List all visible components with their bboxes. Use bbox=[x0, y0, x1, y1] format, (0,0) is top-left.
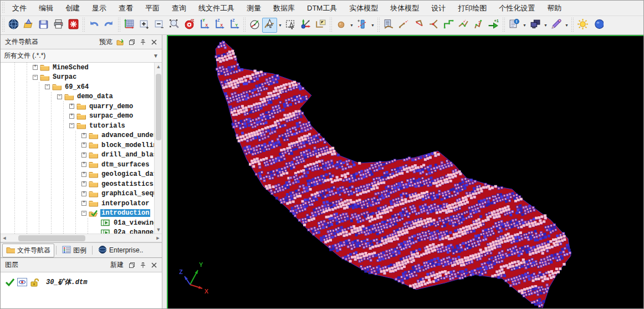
renumber-plus1-button[interactable]: +1 bbox=[486, 18, 501, 33]
expand-plus-icon[interactable] bbox=[81, 191, 86, 196]
menu-string-tools[interactable]: 线文件工具 bbox=[192, 1, 241, 16]
menu-dtm-tools[interactable]: DTM工具 bbox=[301, 1, 343, 16]
expand-plus-icon[interactable] bbox=[81, 181, 86, 186]
layer-row[interactable]: 30_矿体.dtm bbox=[1, 275, 162, 289]
menubar-grip[interactable] bbox=[2, 2, 5, 14]
menu-database[interactable]: 数据库 bbox=[267, 1, 301, 16]
tree-item-surpac-demo[interactable]: surpac_demo bbox=[1, 112, 162, 121]
box-select-button[interactable] bbox=[283, 18, 298, 33]
tree-item-geological-dat[interactable]: geological_dat bbox=[1, 170, 162, 180]
collapse-minus-icon[interactable] bbox=[69, 123, 74, 128]
toolbar-group-grip[interactable] bbox=[377, 18, 380, 33]
collapse-minus-icon[interactable] bbox=[81, 211, 86, 216]
segment-move-button[interactable] bbox=[456, 18, 471, 33]
view-plane-zx-button[interactable]: ZX bbox=[212, 18, 227, 33]
toolbar-group-grip[interactable] bbox=[502, 18, 505, 33]
sun-light-button[interactable] bbox=[575, 18, 590, 33]
edit-pencil-dropdown-arrow[interactable]: ▼ bbox=[564, 18, 570, 33]
new-layer-button[interactable]: 新建 bbox=[108, 259, 126, 271]
vertical-scroll-thumb[interactable] bbox=[156, 74, 161, 140]
preview-folders-icon[interactable] bbox=[115, 37, 126, 48]
unlocked-padlock-icon[interactable] bbox=[29, 278, 39, 287]
menu-help[interactable]: 帮助 bbox=[541, 1, 568, 16]
tab-legend[interactable]: 图例 bbox=[58, 244, 90, 257]
menu-inquire[interactable]: 查询 bbox=[166, 1, 192, 16]
layer-check-icon[interactable] bbox=[5, 278, 15, 287]
menu-create[interactable]: 创建 bbox=[59, 1, 86, 16]
rotate-compass-button[interactable] bbox=[247, 18, 262, 33]
globe-button[interactable] bbox=[6, 18, 21, 33]
monitors-dropdown-arrow[interactable]: ▼ bbox=[543, 18, 549, 33]
zoom-window-button[interactable] bbox=[167, 18, 182, 33]
reset-graphics-button[interactable] bbox=[66, 18, 81, 33]
scroll-left-icon[interactable]: ◄ bbox=[1, 234, 8, 242]
close-icon[interactable] bbox=[149, 260, 160, 271]
tree-item-geostatistics[interactable]: geostatistics bbox=[1, 179, 162, 189]
menu-customize[interactable]: 个性化设置 bbox=[493, 1, 541, 16]
clip-plane-dropdown-arrow[interactable]: ▼ bbox=[370, 18, 376, 33]
toolbar-group-grip[interactable] bbox=[82, 18, 85, 33]
expand-plus-icon[interactable] bbox=[81, 133, 86, 138]
view-plane-zy-button[interactable]: ZY bbox=[227, 18, 242, 33]
menu-edit[interactable]: 编辑 bbox=[33, 1, 59, 16]
point-sphere-button[interactable] bbox=[334, 18, 349, 33]
info-doc-dropdown-arrow[interactable]: ▼ bbox=[522, 18, 528, 33]
menu-plot[interactable]: 打印绘图 bbox=[452, 1, 493, 16]
collapse-minus-icon[interactable] bbox=[45, 84, 50, 89]
corner-view-button[interactable] bbox=[313, 18, 328, 33]
menu-plane[interactable]: 平面 bbox=[139, 1, 166, 16]
tree-horizontal-scrollbar[interactable]: ◄ ► bbox=[1, 234, 162, 242]
save-button[interactable] bbox=[36, 18, 51, 33]
print-button[interactable] bbox=[51, 18, 66, 33]
expand-plus-icon[interactable] bbox=[81, 162, 86, 167]
expand-plus-icon[interactable] bbox=[81, 143, 86, 148]
point-sphere-dropdown-arrow[interactable]: ▼ bbox=[349, 18, 355, 33]
tree-item-advanced-underg[interactable]: advanced_underg bbox=[1, 131, 162, 141]
view-plane-yx-button[interactable]: YX bbox=[197, 18, 212, 33]
clip-plane-button[interactable] bbox=[355, 18, 370, 33]
horizontal-scroll-thumb[interactable] bbox=[18, 235, 85, 241]
tab-file-navigator[interactable]: 文件导航器 bbox=[2, 244, 54, 257]
segment-break-button[interactable] bbox=[426, 18, 441, 33]
float-window-icon[interactable] bbox=[126, 37, 137, 48]
segment-reverse-button[interactable] bbox=[471, 18, 486, 33]
render-sphere-button[interactable] bbox=[590, 18, 605, 33]
redo-button[interactable] bbox=[101, 18, 116, 33]
segment-extend-button[interactable] bbox=[396, 18, 411, 33]
undo-button[interactable] bbox=[86, 18, 101, 33]
scroll-right-icon[interactable]: ► bbox=[154, 234, 162, 242]
orient-axes-button[interactable] bbox=[298, 18, 313, 33]
center-target-button[interactable] bbox=[182, 18, 197, 33]
tree-item-01a-viewing[interactable]: 01a_viewing bbox=[1, 218, 162, 228]
menu-display[interactable]: 显示 bbox=[86, 1, 113, 16]
tree-item-minesched[interactable]: MineSched bbox=[1, 63, 162, 73]
pin-icon[interactable] bbox=[137, 260, 149, 271]
float-window-icon[interactable] bbox=[126, 260, 137, 271]
expand-plus-icon[interactable] bbox=[81, 172, 86, 177]
tree-item-graphical-seque[interactable]: graphical_seque bbox=[1, 189, 162, 199]
expand-plus-icon[interactable] bbox=[69, 104, 74, 109]
tree-item-interpolator[interactable]: interpolator bbox=[1, 199, 162, 209]
menu-solid-model[interactable]: 实体模型 bbox=[343, 1, 384, 16]
graphics-viewport[interactable] bbox=[167, 35, 644, 309]
collapse-minus-icon[interactable] bbox=[57, 94, 62, 99]
segment-close-button[interactable] bbox=[411, 18, 426, 33]
info-doc-button[interactable]: i bbox=[507, 18, 522, 33]
menu-file[interactable]: 文件 bbox=[6, 1, 33, 16]
tree-item-surpac[interactable]: Surpac bbox=[1, 73, 162, 83]
edit-pencil-button[interactable] bbox=[549, 18, 564, 33]
toolbar-group-grip[interactable] bbox=[571, 18, 574, 33]
select-segment-button[interactable] bbox=[262, 18, 277, 33]
tree-item-quarry-demo[interactable]: quarry_demo bbox=[1, 102, 162, 112]
visibility-eye-icon[interactable] bbox=[17, 278, 27, 287]
tree-item-dtm-surfaces[interactable]: dtm_surfaces bbox=[1, 160, 162, 170]
zoom-in-button[interactable] bbox=[137, 18, 152, 33]
collapse-minus-icon[interactable] bbox=[33, 75, 38, 80]
file-filter-dropdown[interactable]: 所有文件 (.*.*) ▼ bbox=[1, 49, 162, 63]
menu-design[interactable]: 设计 bbox=[425, 1, 452, 16]
expand-plus-icon[interactable] bbox=[69, 114, 74, 119]
tree-vertical-scrollbar[interactable]: ▲ ▼ bbox=[154, 63, 162, 234]
scroll-down-icon[interactable]: ▼ bbox=[155, 226, 162, 234]
tree-item-block-modelling[interactable]: block_modelling bbox=[1, 140, 162, 150]
menu-view[interactable]: 查看 bbox=[113, 1, 139, 16]
